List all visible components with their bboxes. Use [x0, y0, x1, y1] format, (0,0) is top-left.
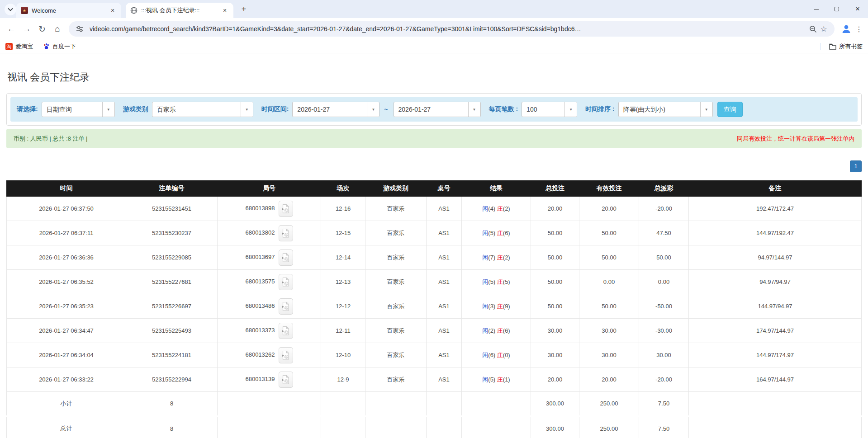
total-payout: 7.50 — [639, 416, 689, 438]
tab-close-icon[interactable]: × — [109, 6, 117, 14]
browser-menu-button[interactable]: ⋮ — [854, 25, 864, 33]
url-text[interactable]: videoie.com/game/betrecord_search/kind3?… — [90, 25, 807, 33]
window-close-button[interactable]: × — [847, 0, 868, 18]
all-bookmarks-button[interactable]: 所有书签 — [829, 42, 863, 51]
currency-summary: 币别 : 人民币 | 总共 :8 注单 | — [14, 135, 88, 143]
game-kind-select[interactable]: 百家乐 ▼ — [152, 102, 253, 117]
cell-time: 2026-01-27 06:36:36 — [7, 245, 126, 270]
cell-payout: 30.00 — [639, 343, 689, 367]
game-kind-label: 游戏类别 — [123, 105, 148, 113]
cell-game-kind: 百家乐 — [365, 343, 427, 367]
result-banker: 庄(0) — [497, 352, 510, 358]
search-button[interactable]: 查询 — [717, 102, 743, 117]
address-bar[interactable]: videoie.com/game/betrecord_search/kind3?… — [69, 21, 835, 37]
header-valid-bet: 有效投注 — [579, 181, 639, 197]
cell-valid-bet: 0.00 — [579, 270, 639, 294]
tab-welcome[interactable]: ♠ Welcome × — [16, 3, 121, 18]
filter-bar: 请选择: 日期查询 ▼ 游戏类别 百家乐 ▼ 时间区间: 2026-01-27 … — [10, 97, 858, 122]
query-mode-value: 日期查询 — [42, 102, 102, 117]
subtotal-payout: 7.50 — [639, 392, 689, 416]
cell-total-bet: 20.00 — [531, 197, 579, 221]
subtotal-count: 8 — [126, 392, 218, 416]
video-replay-button[interactable] — [279, 323, 293, 339]
bookmark-aitaobao[interactable]: 淘 爱淘宝 — [5, 42, 33, 51]
cell-result: 闲(6) 庄(0) — [462, 343, 531, 367]
video-replay-button[interactable] — [279, 298, 293, 315]
dropdown-arrow-icon[interactable]: ▼ — [468, 102, 480, 117]
all-bookmarks-label: 所有书签 — [839, 42, 863, 51]
page-content: 视讯 会员下注纪录 请选择: 日期查询 ▼ 游戏类别 百家乐 ▼ 时间区间: 2… — [0, 71, 868, 438]
dropdown-arrow-icon[interactable]: ▼ — [367, 102, 379, 117]
cell-table-no: AS1 — [427, 270, 462, 294]
round-no-text: 680013139 — [245, 376, 275, 382]
site-settings-icon[interactable] — [74, 24, 85, 34]
video-replay-button[interactable] — [279, 201, 293, 217]
dropdown-arrow-icon[interactable]: ▼ — [102, 102, 114, 117]
header-result: 结果 — [462, 181, 531, 197]
reload-button[interactable]: ↻ — [34, 21, 50, 37]
baidu-paw-icon — [43, 43, 50, 50]
dropdown-arrow-icon[interactable]: ▼ — [564, 102, 577, 117]
back-button[interactable]: ← — [4, 21, 19, 37]
date-start-select[interactable]: 2026-01-27 ▼ — [292, 102, 379, 117]
cell-time: 2026-01-27 06:35:23 — [7, 294, 126, 319]
cell-valid-bet: 30.00 — [579, 343, 639, 367]
per-page-select[interactable]: 100 ▼ — [522, 102, 577, 117]
header-note: 备注 — [689, 181, 862, 197]
date-range-label: 时间区间: — [261, 105, 289, 113]
cell-payout: 47.50 — [639, 221, 689, 245]
cell-bet-no: 523155225493 — [126, 319, 218, 343]
zoom-page-icon[interactable] — [807, 24, 818, 34]
page-1-button[interactable]: 1 — [850, 160, 862, 172]
window-maximize-button[interactable] — [826, 0, 847, 18]
new-tab-button[interactable]: + — [239, 5, 249, 14]
video-replay-button[interactable] — [279, 347, 293, 363]
forward-button[interactable]: → — [19, 21, 34, 37]
window-minimize-button[interactable] — [806, 0, 826, 18]
bet-table-body: 2026-01-27 06:37:50 523155231451 6800138… — [7, 197, 862, 392]
result-banker: 庄(6) — [497, 230, 510, 236]
dropdown-arrow-icon[interactable]: ▼ — [700, 102, 712, 117]
cell-payout: -50.00 — [639, 294, 689, 319]
cell-valid-bet: 30.00 — [579, 319, 639, 343]
cell-total-bet: 50.00 — [531, 294, 579, 319]
cell-payout: -20.00 — [639, 197, 689, 221]
cell-round-no: 680013486 — [218, 294, 321, 319]
video-file-icon — [281, 253, 290, 263]
video-replay-button[interactable] — [279, 225, 293, 241]
video-replay-button[interactable] — [279, 372, 293, 388]
home-button[interactable]: ⌂ — [50, 21, 65, 37]
tab-title: :::视讯 会员下注纪录::: — [141, 6, 217, 14]
video-replay-button[interactable] — [279, 250, 293, 266]
header-payout: 总派彩 — [639, 181, 689, 197]
total-row: 总计 8 300.00 250.00 7.50 — [7, 416, 862, 438]
sort-select[interactable]: 降幂(由大到小) ▼ — [618, 102, 713, 117]
cell-result: 闲(3) 庄(9) — [462, 294, 531, 319]
result-player: 闲(5) — [482, 278, 495, 285]
profile-avatar[interactable] — [839, 22, 854, 36]
tab-search-button[interactable] — [5, 4, 16, 15]
cell-valid-bet: 50.00 — [579, 221, 639, 245]
cell-round-no: 680013373 — [218, 319, 321, 343]
tab-betrecord[interactable]: :::视讯 会员下注纪录::: × — [126, 3, 233, 18]
bookmark-baidu[interactable]: 百度一下 — [43, 42, 76, 51]
cards-favicon-icon: ♠ — [21, 7, 28, 14]
video-replay-button[interactable] — [279, 274, 293, 290]
bookmark-star-icon[interactable]: ☆ — [818, 24, 829, 34]
cell-game-kind: 百家乐 — [365, 245, 427, 270]
subtotal-label: 小计 — [7, 392, 126, 416]
dropdown-arrow-icon[interactable]: ▼ — [241, 102, 253, 117]
cell-note: 144.97/192.47 — [689, 221, 862, 245]
round-no-text: 680013262 — [245, 351, 275, 358]
query-mode-select[interactable]: 日期查询 ▼ — [42, 102, 115, 117]
result-banker: 庄(9) — [497, 303, 510, 310]
cell-table-no: AS1 — [427, 221, 462, 245]
cell-bet-no: 523155224181 — [126, 343, 218, 367]
cell-payout: 50.00 — [639, 245, 689, 270]
result-player: 闲(5) — [482, 230, 495, 236]
tab-close-icon[interactable]: × — [221, 6, 229, 14]
date-end-select[interactable]: 2026-01-27 ▼ — [394, 102, 481, 117]
cell-payout: 0.00 — [639, 270, 689, 294]
video-file-icon — [281, 277, 290, 287]
header-session: 场次 — [321, 181, 365, 197]
